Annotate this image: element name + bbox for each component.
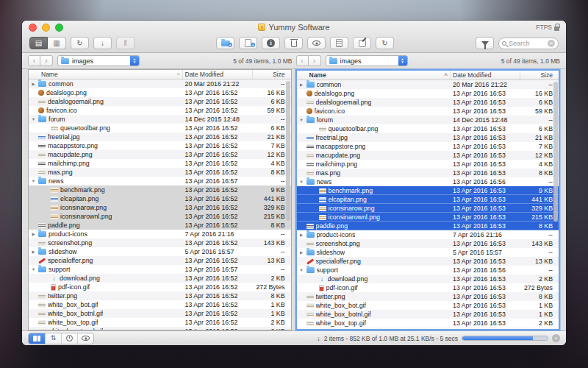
file-row[interactable]: paddle.png13 Apr 2016 16:528 KB bbox=[29, 221, 291, 230]
refresh-button[interactable]: ↻ bbox=[71, 37, 89, 49]
file-row[interactable]: pdf-icon.gif13 Apr 2016 16:53272 Bytes bbox=[297, 283, 559, 292]
file-row[interactable]: freetrial.jpg13 Apr 2016 16:5321 KB bbox=[297, 133, 559, 142]
new-file-button[interactable]: + bbox=[239, 37, 257, 49]
file-row[interactable]: white_box_bot.gif13 Apr 2016 16:531 KB bbox=[297, 301, 559, 310]
download-button[interactable]: ↓ bbox=[93, 37, 112, 49]
history-button[interactable] bbox=[61, 333, 77, 344]
column-view-button[interactable]: ▥ bbox=[48, 37, 66, 49]
disclosure-expanded-icon[interactable]: ▼ bbox=[299, 268, 304, 272]
disclosure-expanded-icon[interactable]: ▼ bbox=[31, 179, 36, 183]
file-row[interactable]: favicon.ico13 Apr 2016 16:5259 KB bbox=[29, 106, 291, 115]
zoom-button[interactable] bbox=[55, 24, 63, 32]
file-row[interactable]: ▼support13 Apr 2016 16:56-- bbox=[297, 266, 559, 275]
file-row[interactable]: dealslogo.png13 Apr 2016 16:5316 KB bbox=[297, 89, 559, 98]
titlebar[interactable]: ! Yummy Software FTPS bbox=[22, 21, 566, 34]
scrollbar-thumb[interactable] bbox=[553, 82, 558, 222]
left-folder-dropdown[interactable]: images ▲▼ bbox=[57, 55, 140, 66]
search-input[interactable] bbox=[509, 40, 545, 47]
file-row[interactable]: ▼news13 Apr 2016 16:57-- bbox=[29, 177, 291, 185]
file-row[interactable]: ▼support13 Apr 2016 16:57-- bbox=[29, 265, 291, 274]
filter-button[interactable] bbox=[476, 37, 494, 49]
file-row[interactable]: macupdate.png13 Apr 2016 16:5312 KB bbox=[297, 151, 559, 160]
file-row[interactable]: twitter.png13 Apr 2016 16:528 KB bbox=[29, 291, 291, 300]
file-row[interactable]: ▶slideshow5 Apr 2016 15:57-- bbox=[29, 247, 291, 256]
preview-toggle-button[interactable] bbox=[77, 333, 93, 344]
file-row[interactable]: queuetoolbar.png13 Apr 2016 16:536 KB bbox=[297, 124, 559, 133]
file-row[interactable]: paddle.png13 Apr 2016 16:538 KB bbox=[297, 222, 559, 230]
file-row[interactable]: dealslogoemail.png13 Apr 2016 16:526 KB bbox=[29, 97, 291, 106]
file-row[interactable]: twitter.png13 Apr 2016 16:538 KB bbox=[297, 292, 559, 301]
file-row[interactable]: ▶slideshow5 Apr 2016 15:57-- bbox=[297, 248, 559, 257]
disclosure-collapsed-icon[interactable]: ▶ bbox=[31, 250, 36, 254]
file-row[interactable]: screenshot.png13 Apr 2016 16:52143 KB bbox=[29, 238, 291, 247]
file-row[interactable]: ↓download.png13 Apr 2016 16:522 KB bbox=[29, 274, 291, 283]
disclosure-expanded-icon[interactable]: ▼ bbox=[299, 118, 304, 122]
size-column-header[interactable]: Size bbox=[253, 70, 291, 79]
clear-search-icon[interactable]: × bbox=[548, 40, 555, 47]
disclosure-collapsed-icon[interactable]: ▶ bbox=[31, 232, 36, 236]
file-row[interactable]: dealslogoemail.png13 Apr 2016 16:536 KB bbox=[297, 98, 559, 107]
close-button[interactable] bbox=[29, 24, 37, 32]
file-row[interactable]: mailchimp.png13 Apr 2016 16:524 KB bbox=[29, 159, 291, 168]
file-row[interactable]: ▶common20 Mar 2016 21:22-- bbox=[29, 79, 291, 88]
file-row[interactable]: white_box_botnl.gif13 Apr 2016 16:531 KB bbox=[297, 310, 559, 319]
file-row[interactable]: ▶product-icons7 Apr 2016 21:16-- bbox=[29, 230, 291, 238]
file-row[interactable]: white_box_top.gif13 Apr 2016 16:522 KB bbox=[29, 318, 291, 327]
file-row[interactable]: mailchimp.png13 Apr 2016 16:534 KB bbox=[297, 160, 559, 169]
file-row[interactable]: benchmark.png13 Apr 2016 16:539 KB bbox=[297, 186, 559, 195]
file-row[interactable]: white_box_topnl.gif13 Apr 2016 16:522 KB bbox=[29, 327, 291, 330]
file-row[interactable]: specialoffer.png13 Apr 2016 16:5213 KB bbox=[29, 256, 291, 265]
file-row[interactable]: queuetoolbar.png13 Apr 2016 16:526 KB bbox=[29, 124, 291, 132]
disclosure-expanded-icon[interactable]: ▼ bbox=[31, 267, 36, 272]
search-field[interactable]: × bbox=[498, 38, 559, 49]
sync-button[interactable]: ↻ bbox=[376, 37, 394, 49]
file-row[interactable]: freetrial.jpg13 Apr 2016 16:5221 KB bbox=[29, 132, 291, 141]
file-row[interactable]: ▼forum14 Dec 2015 12:48-- bbox=[297, 116, 559, 124]
file-row[interactable]: favicon.ico13 Apr 2016 16:5359 KB bbox=[297, 107, 559, 116]
back-button[interactable]: ‹ bbox=[28, 55, 40, 66]
file-row[interactable]: elcapitan.png13 Apr 2016 16:52441 KB bbox=[29, 194, 291, 203]
file-row[interactable]: white_box_botnl.gif13 Apr 2016 16:521 KB bbox=[29, 309, 291, 318]
file-row[interactable]: mas.png13 Apr 2016 16:528 KB bbox=[29, 168, 291, 177]
disclosure-expanded-icon[interactable]: ▼ bbox=[31, 117, 36, 121]
edit-button[interactable] bbox=[353, 37, 371, 49]
file-row[interactable]: macappstore.png13 Apr 2016 16:537 KB bbox=[297, 142, 559, 151]
file-row[interactable]: dealslogo.png13 Apr 2016 16:5216 KB bbox=[29, 88, 291, 97]
file-row[interactable]: iconsinarow.png13 Apr 2016 16:53329 KB bbox=[297, 204, 559, 213]
disclosure-expanded-icon[interactable]: ▼ bbox=[299, 180, 304, 184]
new-folder-button[interactable]: + bbox=[216, 37, 234, 49]
file-row[interactable]: ▼forum14 Dec 2015 12:48-- bbox=[29, 115, 291, 124]
transfer-sort-button[interactable]: ⇅ bbox=[45, 333, 61, 344]
name-column-header[interactable]: Name ^ bbox=[29, 70, 183, 79]
list-view-button[interactable]: ▤ bbox=[29, 37, 48, 49]
forward-button[interactable]: › bbox=[40, 55, 53, 66]
disclosure-collapsed-icon[interactable]: ▶ bbox=[299, 250, 304, 255]
stop-transfer-button[interactable]: × bbox=[552, 334, 560, 342]
back-button[interactable]: ‹ bbox=[296, 55, 309, 66]
disclosure-collapsed-icon[interactable]: ▶ bbox=[299, 82, 304, 87]
file-row[interactable]: macappstore.png13 Apr 2016 16:527 KB bbox=[29, 141, 291, 150]
pause-button[interactable]: ‖ bbox=[116, 37, 135, 49]
disclosure-collapsed-icon[interactable]: ▶ bbox=[31, 82, 36, 86]
right-folder-dropdown[interactable]: images ▲▼ bbox=[326, 55, 408, 66]
file-row[interactable]: ▶common20 Mar 2016 21:22-- bbox=[297, 80, 559, 89]
file-row[interactable]: mas.png13 Apr 2016 16:538 KB bbox=[297, 169, 559, 177]
forward-button[interactable]: › bbox=[309, 55, 321, 66]
dual-pane-button[interactable] bbox=[29, 333, 45, 344]
file-row[interactable]: white_box_topnl.gif13 Apr 2016 16:532 KB bbox=[297, 328, 559, 329]
file-row[interactable]: ▼news13 Apr 2016 16:56-- bbox=[297, 177, 559, 186]
date-column-header[interactable]: Date Modified bbox=[451, 71, 520, 79]
get-info-button[interactable]: i bbox=[262, 37, 280, 49]
delete-button[interactable] bbox=[284, 37, 303, 49]
scrollbar-thumb[interactable] bbox=[286, 81, 290, 221]
file-row[interactable]: specialoffer.png13 Apr 2016 16:5313 KB bbox=[297, 257, 559, 266]
date-column-header[interactable]: Date Modified bbox=[183, 70, 253, 79]
file-row[interactable]: iconsinarownl.png13 Apr 2016 16:53215 KB bbox=[297, 213, 559, 222]
minimize-button[interactable] bbox=[42, 24, 50, 32]
size-column-header[interactable]: Size bbox=[520, 71, 559, 79]
file-row[interactable]: ↓download.png13 Apr 2016 16:532 KB bbox=[297, 275, 559, 283]
file-row[interactable]: screenshot.png13 Apr 2016 16:53143 KB bbox=[297, 239, 559, 248]
file-row[interactable]: iconsinarow.png13 Apr 2016 16:52329 KB bbox=[29, 203, 291, 212]
file-row[interactable]: benchmark.png13 Apr 2016 16:529 KB bbox=[29, 185, 291, 194]
file-row[interactable]: ▶product-icons7 Apr 2016 21:16-- bbox=[297, 230, 559, 239]
